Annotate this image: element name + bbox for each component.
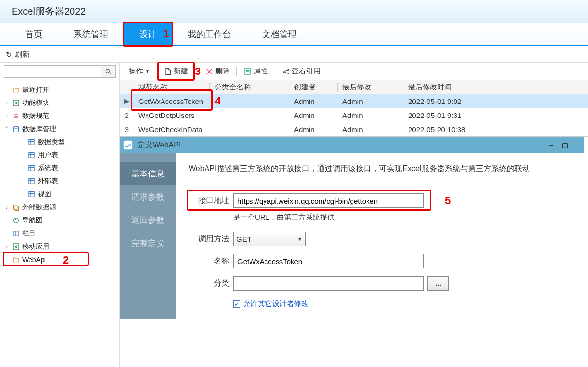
cell-category: 4 (210, 95, 289, 107)
side-tab-response[interactable]: 返回参数 (120, 208, 176, 232)
tree-node-外部表[interactable]: 外部表 (0, 175, 119, 188)
svg-rect-10 (29, 152, 34, 158)
toolbar-delete[interactable]: 删除 (202, 65, 234, 78)
tree-node-系统表[interactable]: 系统表 (0, 161, 119, 175)
search-button[interactable] (101, 65, 116, 78)
nav-system[interactable]: 系统管理 (58, 23, 124, 46)
svg-rect-23 (15, 206, 18, 210)
detail-side-tabs: 基本信息 请求参数 返回参数 完整定义 (120, 153, 176, 319)
row-indicator: 3 (120, 125, 133, 133)
title-bar: Excel服务器2022 (0, 0, 588, 23)
tree-node-用户表[interactable]: 用户表 (0, 148, 119, 161)
allow-others-label: 允许其它设计者修改 (243, 299, 309, 308)
expand-icon[interactable]: › (4, 100, 10, 106)
toolbar: 操作 ▼ 新建 3 删除 属性 查看引用 (120, 63, 588, 80)
tree-node-导航图[interactable]: 导航图 (0, 214, 119, 227)
tree-node-数据类型[interactable]: 数据类型 (0, 135, 119, 148)
cell-modifier: Admin (338, 97, 403, 105)
browse-button[interactable]: ... (427, 276, 449, 291)
tree-node-label: 视图 (38, 190, 51, 199)
table-icon (27, 138, 36, 147)
properties-icon (244, 68, 251, 75)
tree-node-功能模块[interactable]: ›功能模块 (0, 96, 119, 109)
grid-header-creator[interactable]: 创建者 (289, 83, 338, 92)
method-select[interactable]: GET ▼ (233, 232, 306, 246)
grid-header-time[interactable]: 最后修改时间 (403, 83, 500, 92)
refresh-button[interactable]: 刷新 (15, 50, 29, 59)
tree-node-外部数据源[interactable]: ›外部数据源 (0, 201, 119, 214)
toolbar-action[interactable]: 操作 ▼ (125, 65, 154, 78)
method-label: 调用方法 (189, 234, 229, 244)
toolbar-ref-label: 查看引用 (292, 67, 321, 76)
minimize-button[interactable]: – (546, 141, 556, 149)
svg-point-6 (14, 126, 19, 128)
tree-node-label: 栏目 (22, 229, 36, 238)
detail-header: 定义WebAPI – ▢ (120, 137, 584, 153)
svg-line-1 (109, 72, 111, 74)
data-grid: 规范名称 分类全名称 创建者 最后修改 最后修改时间 ▶GetWxAccessT… (120, 80, 588, 137)
folder-icon (12, 86, 20, 94)
grid-row[interactable]: 3WxGetCheckInDataAdminAdmin2022-05-20 10… (120, 122, 588, 136)
side-tab-request[interactable]: 请求参数 (120, 185, 176, 208)
annotation-5: 5 (445, 194, 451, 207)
table-icon (27, 190, 36, 199)
search-input[interactable] (4, 65, 101, 78)
annotation-box-4 (131, 89, 213, 111)
annotation-box-1 (123, 22, 173, 47)
toolbar-new[interactable]: 新建 (160, 65, 192, 78)
expand-icon[interactable]: › (4, 244, 10, 250)
expand-icon[interactable]: ˅ (4, 126, 10, 132)
expand-icon[interactable]: › (4, 113, 10, 119)
cell-creator: Admin (289, 97, 338, 105)
expand-icon[interactable]: › (4, 205, 10, 210)
cell-creator: Admin (289, 111, 338, 119)
category-label: 分类 (189, 279, 229, 289)
grid-header-modifier[interactable]: 最后修改 (338, 83, 403, 92)
tree-node-移动应用[interactable]: ›移动应用 (0, 240, 119, 253)
right-panel: 操作 ▼ 新建 3 删除 属性 查看引用 (120, 63, 588, 367)
side-tab-basic[interactable]: 基本信息 (120, 162, 176, 185)
excel-icon (12, 242, 20, 251)
tree-node-数据库管理[interactable]: ˅数据库管理 (0, 122, 119, 135)
grid-header-category[interactable]: 分类全名称 (210, 83, 289, 92)
nav-icon (12, 216, 20, 225)
tree-node-栏目[interactable]: 栏目 (0, 227, 119, 240)
name-label: 名称 (189, 256, 229, 266)
svg-line-37 (284, 70, 287, 71)
name-input[interactable] (233, 254, 424, 268)
delete-icon (206, 68, 213, 75)
copy-icon (12, 203, 20, 212)
refresh-icon[interactable]: ↻ (6, 50, 12, 59)
allow-others-checkbox[interactable]: ✓ 允许其它设计者修改 (233, 299, 575, 308)
toolbar-references[interactable]: 查看引用 (278, 65, 324, 78)
grid-row[interactable]: ▶GetWxAccessToken4AdminAdmin2022-05-01 9… (120, 94, 588, 108)
search-icon (105, 68, 112, 75)
toolbar-props[interactable]: 属性 (240, 65, 272, 78)
nav-home[interactable]: 首页 (10, 23, 58, 46)
nav-docs[interactable]: 文档管理 (247, 23, 312, 46)
app-title: Excel服务器2022 (12, 5, 86, 18)
share-icon (282, 68, 290, 75)
cell-modifier: Admin (338, 125, 403, 133)
form-area: WebAPI描述第三方系统的开放接口，通过调用该接口，可实现Excel服务器系统… (176, 153, 588, 319)
side-tab-full[interactable]: 完整定义 (120, 232, 176, 255)
tree-node-数据规范[interactable]: ›数据规范 (0, 109, 119, 122)
search-row (0, 63, 119, 80)
nav-workbench[interactable]: 我的工作台 (172, 23, 247, 46)
cell-name: GetWxAccessToken (133, 97, 210, 105)
svg-rect-22 (14, 205, 17, 209)
tree-node-视图[interactable]: 视图 (0, 188, 119, 201)
annotation-4: 4 (215, 95, 220, 107)
maximize-button[interactable]: ▢ (560, 141, 570, 149)
excel-icon (12, 99, 20, 107)
caret-down-icon: ▼ (145, 69, 150, 74)
cell-modifier: Admin (338, 111, 403, 119)
nav-design[interactable]: 设计 1 (124, 23, 172, 46)
tree-node-WebApi[interactable]: WebApi2 (0, 253, 119, 266)
left-panel: 最近打开›功能模块›数据规范˅数据库管理数据类型用户表系统表外部表视图›外部数据… (0, 63, 120, 367)
category-input[interactable] (233, 276, 424, 291)
checkbox-icon: ✓ (233, 300, 240, 308)
annotation-box-2 (3, 252, 89, 266)
tree-node-最近打开[interactable]: 最近打开 (0, 83, 119, 96)
svg-line-38 (284, 72, 287, 73)
